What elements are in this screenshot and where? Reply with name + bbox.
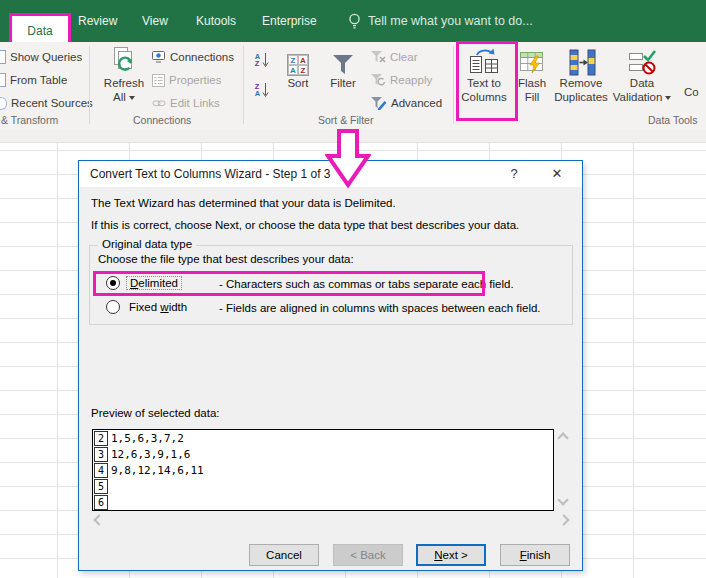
advanced-filter-icon: [370, 96, 387, 110]
table-sheet-icon: [0, 73, 6, 87]
data-validation-icon: [628, 44, 656, 76]
preview-row: 2 1,5,6,3,7,2: [93, 430, 553, 446]
row-number: 6: [94, 495, 108, 510]
next-button[interactable]: Next >: [416, 544, 486, 566]
filter-button[interactable]: Filter: [322, 44, 364, 116]
connections-icon: [152, 51, 166, 63]
clear-filter-button[interactable]: Clear: [370, 47, 417, 67]
flash-fill-label2: Fill: [525, 90, 540, 104]
reapply-filter-label: Reapply: [390, 74, 432, 86]
convert-text-wizard-dialog: Convert Text to Columns Wizard - Step 1 …: [78, 160, 583, 571]
tell-me-box[interactable]: Tell me what you want to do...: [348, 0, 533, 42]
filter-label: Filter: [330, 76, 356, 90]
dialog-title: Convert Text to Columns Wizard - Step 1 …: [90, 161, 331, 187]
filter-icon: [331, 44, 355, 76]
preview-row: 6: [93, 494, 553, 510]
consolidate-button-cut[interactable]: Co: [684, 82, 699, 102]
preview-vertical-scrollbar[interactable]: [555, 429, 571, 509]
tab-review[interactable]: Review: [78, 0, 117, 42]
choose-file-type-label: Choose the file type that best describes…: [98, 253, 354, 265]
properties-button[interactable]: Properties: [152, 70, 221, 90]
ribbon: Show Queries From Table Recent Sources &…: [0, 42, 706, 130]
edit-links-icon: [152, 97, 166, 109]
flash-fill-label1: Flash: [518, 76, 546, 90]
sort-ascending-button[interactable]: AZ: [249, 48, 275, 72]
group-label-sort-filter: Sort & Filter: [318, 114, 373, 128]
sort-descending-button[interactable]: ZA: [249, 78, 275, 102]
groupbox-label: Original data type: [98, 238, 196, 250]
scroll-left-icon[interactable]: [93, 514, 104, 525]
ribbon-tab-bar: Data Review View Kutools Enterprise Tell…: [0, 0, 706, 42]
group-divider: [243, 46, 244, 124]
connections-button[interactable]: Connections: [152, 47, 234, 67]
group-divider: [89, 46, 90, 124]
remove-duplicates-icon: [566, 44, 596, 76]
highlight-delimited-option: [93, 271, 485, 296]
reapply-filter-icon: [370, 73, 386, 87]
from-table-label: From Table: [10, 74, 67, 86]
highlight-text-to-columns: [456, 41, 518, 121]
lightbulb-icon: [348, 13, 361, 30]
finish-button[interactable]: Finish: [500, 544, 570, 566]
tab-enterprise[interactable]: Enterprise: [262, 0, 317, 42]
connections-label: Connections: [170, 51, 234, 63]
sort-button[interactable]: ZA AZ Sort: [278, 44, 318, 116]
remove-duplicates-label1: Remove: [560, 76, 603, 90]
tab-view[interactable]: View: [142, 0, 168, 42]
fixed-width-label: Fixed width: [129, 301, 187, 313]
group-divider: [453, 46, 454, 124]
refresh-all-label: Refresh: [104, 76, 144, 90]
row-number: 5: [94, 479, 108, 494]
scroll-up-icon[interactable]: [557, 432, 568, 443]
close-icon[interactable]: ✕: [543, 161, 571, 187]
sort-icon: ZA AZ: [287, 44, 309, 76]
tell-me-label: Tell me what you want to do...: [368, 14, 533, 28]
show-queries-button[interactable]: Show Queries: [0, 47, 82, 67]
preview-row: 5: [93, 478, 553, 494]
fixed-width-radio[interactable]: [106, 300, 120, 314]
recent-sources-label: Recent Sources: [11, 97, 93, 109]
help-button[interactable]: ?: [503, 161, 525, 187]
clock-icon: [0, 97, 7, 110]
row-number: 3: [94, 447, 108, 462]
tab-data-label: Data: [27, 24, 52, 38]
sort-label: Sort: [287, 76, 308, 90]
properties-label: Properties: [169, 74, 221, 86]
tab-kutools[interactable]: Kutools: [196, 0, 236, 42]
recent-sources-button[interactable]: Recent Sources: [0, 93, 93, 113]
scroll-down-icon[interactable]: [557, 494, 568, 505]
wizard-intro-line1: The Text Wizard has determined that your…: [91, 197, 396, 209]
data-preview-box[interactable]: 2 1,5,6,3,7,2 3 12,6,3,9,1,6 4 9,8,12,14…: [92, 429, 554, 511]
reapply-filter-button[interactable]: Reapply: [370, 70, 432, 90]
clear-filter-label: Clear: [390, 51, 417, 63]
fixed-width-radio-row[interactable]: Fixed width: [106, 300, 187, 314]
flash-fill-button[interactable]: Flash Fill: [514, 44, 550, 116]
data-validation-button[interactable]: Data Validation: [612, 44, 672, 116]
remove-duplicates-label2: Duplicates: [554, 90, 608, 104]
row-text: 9,8,12,14,6,11: [111, 464, 204, 477]
remove-duplicates-button[interactable]: Remove Duplicates: [550, 44, 612, 116]
edit-links-button[interactable]: Edit Links: [152, 93, 220, 113]
from-table-button[interactable]: From Table: [0, 70, 67, 90]
preview-row: 3 12,6,3,9,1,6: [93, 446, 553, 462]
flash-fill-icon: [519, 44, 545, 76]
refresh-all-button[interactable]: Refresh All: [96, 44, 152, 116]
cancel-button[interactable]: Cancel: [249, 544, 319, 566]
properties-icon: [152, 74, 165, 87]
group-label-data-tools: Data Tools: [648, 114, 697, 128]
consolidate-label-cut: Co: [684, 86, 699, 98]
query-sheet-icon: [0, 50, 6, 64]
back-button[interactable]: < Back: [333, 544, 403, 566]
dropdown-arrow-icon: [665, 96, 671, 100]
row-text: 12,6,3,9,1,6: [111, 448, 190, 461]
dropdown-arrow-icon: [129, 96, 135, 100]
group-label-get-transform: & Transform: [1, 114, 58, 128]
preview-horizontal-scrollbar[interactable]: [92, 513, 571, 527]
edit-links-label: Edit Links: [170, 97, 220, 109]
refresh-all-label2: All: [113, 91, 126, 103]
row-number: 4: [94, 463, 108, 478]
down-arrow-icon: [262, 52, 269, 68]
wizard-intro-line2: If this is correct, choose Next, or choo…: [91, 219, 519, 231]
advanced-filter-button[interactable]: Advanced: [370, 93, 442, 113]
scroll-right-icon[interactable]: [558, 514, 569, 525]
